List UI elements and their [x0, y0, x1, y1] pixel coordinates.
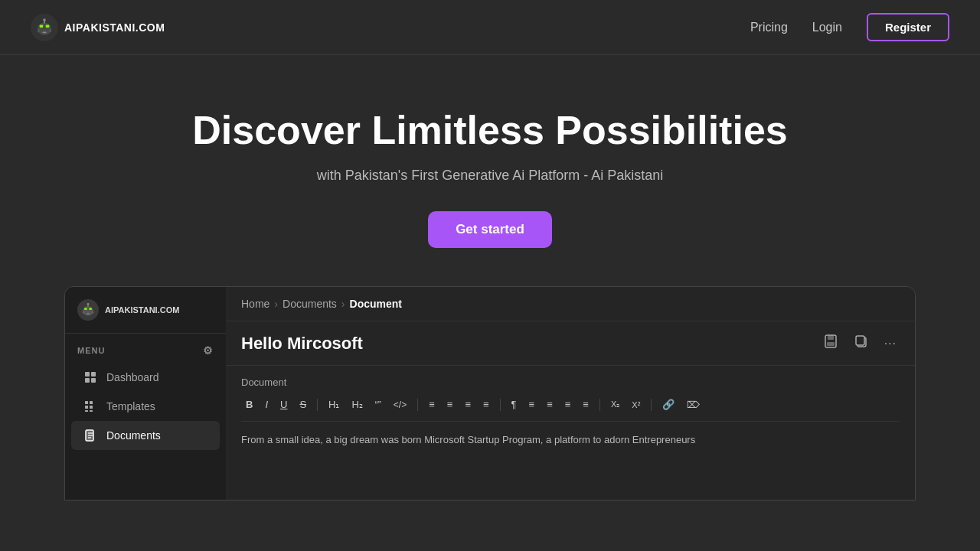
- italic-button[interactable]: I: [260, 396, 273, 413]
- breadcrumb-documents[interactable]: Documents: [283, 298, 337, 310]
- logo[interactable]: AIPAKISTANI.COM: [31, 14, 165, 41]
- nav-links: Pricing Login Register: [750, 13, 949, 41]
- h1-button[interactable]: H₁: [324, 396, 344, 413]
- save-icon: [823, 334, 838, 349]
- svg-rect-34: [828, 335, 834, 340]
- sidebar-item-documents[interactable]: Documents: [71, 421, 220, 450]
- documents-icon: [83, 429, 97, 442]
- svg-rect-8: [49, 28, 51, 32]
- svg-rect-25: [90, 406, 93, 409]
- copy-doc-button[interactable]: [851, 331, 872, 356]
- svg-rect-12: [89, 308, 92, 310]
- doc-actions: ···: [820, 331, 900, 356]
- breadcrumb-home[interactable]: Home: [241, 298, 270, 310]
- pricing-link[interactable]: Pricing: [750, 21, 788, 34]
- svg-rect-20: [85, 378, 90, 383]
- hero-title: Discover Limitless Possibilities: [31, 109, 949, 152]
- svg-point-6: [43, 18, 46, 21]
- menu-label-text: MENU: [77, 346, 105, 355]
- svg-rect-11: [84, 308, 87, 310]
- underline-button[interactable]: U: [276, 396, 292, 413]
- templates-icon: [83, 399, 97, 413]
- svg-rect-13: [87, 313, 90, 314]
- doc-title-bar: Hello Mircosoft ···: [226, 321, 915, 366]
- more-icon: ···: [884, 337, 897, 350]
- bold-button[interactable]: B: [241, 396, 257, 413]
- bullet-list-button[interactable]: ≡: [424, 396, 439, 413]
- align-left-button[interactable]: ≡: [524, 396, 540, 413]
- svg-rect-2: [40, 24, 44, 28]
- breadcrumb: Home › Documents › Document: [226, 287, 915, 321]
- breadcrumb-sep-2: ›: [341, 298, 345, 310]
- hero-section: Discover Limitless Possibilities with Pa…: [0, 55, 980, 286]
- sidebar-item-dashboard[interactable]: Dashboard: [71, 363, 220, 392]
- breadcrumb-sep-1: ›: [274, 298, 278, 310]
- sidebar: AIPAKISTANI.COM MENU ⚙ Dashboard: [65, 287, 226, 500]
- svg-point-10: [83, 306, 93, 316]
- templates-label: Templates: [106, 400, 155, 412]
- svg-rect-7: [38, 28, 40, 32]
- subscript-button[interactable]: X₂: [606, 396, 624, 412]
- dashboard-label: Dashboard: [106, 371, 159, 383]
- get-started-button[interactable]: Get started: [428, 211, 552, 248]
- align-center-button[interactable]: ≡: [542, 396, 557, 413]
- documents-label: Documents: [106, 429, 161, 442]
- paragraph-button[interactable]: ¶: [507, 396, 521, 413]
- strikethrough-button[interactable]: S: [295, 396, 311, 413]
- justify-button[interactable]: ≡: [578, 396, 593, 413]
- code-button[interactable]: </>: [389, 396, 411, 413]
- sidebar-item-templates[interactable]: Templates: [71, 392, 220, 421]
- svg-point-1: [38, 22, 51, 34]
- svg-rect-16: [83, 311, 84, 315]
- svg-rect-37: [856, 336, 864, 345]
- navbar: AIPAKISTANI.COM Pricing Login Register: [0, 0, 980, 55]
- svg-rect-26: [85, 410, 88, 412]
- settings-icon[interactable]: ⚙: [203, 344, 214, 357]
- toolbar: B I U S H₁ H₂ “” </> ≡ ≡ ≡ ≡ ¶ ≡ ≡ ≡ ≡: [241, 396, 900, 422]
- main-content: Home › Documents › Document Hello Mircos…: [226, 287, 915, 500]
- svg-rect-27: [90, 410, 93, 412]
- svg-rect-3: [46, 24, 50, 28]
- svg-rect-24: [85, 406, 88, 409]
- svg-rect-18: [85, 372, 90, 377]
- h2-button[interactable]: H₂: [347, 396, 367, 413]
- more-options-button[interactable]: ···: [881, 331, 900, 356]
- svg-rect-22: [85, 401, 88, 404]
- toolbar-sep-4: [599, 399, 600, 411]
- svg-rect-17: [92, 311, 93, 315]
- clear-format-button[interactable]: ⌦: [682, 396, 704, 413]
- sidebar-logo[interactable]: AIPAKISTANI.COM: [65, 299, 226, 334]
- app-preview: AIPAKISTANI.COM MENU ⚙ Dashboard: [64, 286, 916, 500]
- svg-rect-19: [91, 372, 96, 377]
- save-doc-button[interactable]: [820, 331, 841, 356]
- logo-text: AIPAKISTANI.COM: [64, 21, 165, 34]
- doc-title: Hello Mircosoft: [241, 334, 363, 354]
- indent-button[interactable]: ≡: [460, 396, 475, 413]
- editor-content[interactable]: From a small idea, a big dream was born …: [241, 432, 900, 448]
- blockquote-button[interactable]: “”: [371, 396, 386, 413]
- svg-rect-35: [827, 342, 835, 346]
- register-button[interactable]: Register: [867, 13, 949, 41]
- toolbar-sep-3: [500, 399, 501, 411]
- dashboard-icon: [83, 370, 97, 384]
- toolbar-sep-5: [651, 399, 652, 411]
- login-link[interactable]: Login: [812, 21, 842, 34]
- editor-area: Document B I U S H₁ H₂ “” </> ≡ ≡ ≡ ≡ ¶ …: [226, 366, 915, 500]
- outdent-button[interactable]: ≡: [479, 396, 494, 413]
- svg-rect-4: [42, 31, 46, 33]
- toolbar-sep-1: [317, 399, 318, 411]
- sidebar-logo-text: AIPAKISTANI.COM: [105, 305, 179, 315]
- superscript-button[interactable]: X²: [627, 397, 645, 412]
- align-right-button[interactable]: ≡: [560, 396, 576, 413]
- svg-point-15: [87, 303, 90, 305]
- breadcrumb-current: Document: [350, 298, 402, 310]
- hero-subtitle: with Pakistan's First Generative Ai Plat…: [31, 168, 949, 184]
- copy-icon: [854, 334, 869, 349]
- link-button[interactable]: 🔗: [658, 396, 679, 413]
- ordered-list-button[interactable]: ≡: [443, 396, 458, 413]
- logo-robot-icon: [31, 14, 58, 41]
- sidebar-menu-label: MENU ⚙: [65, 334, 226, 363]
- svg-rect-23: [90, 401, 93, 404]
- editor-label: Document: [241, 377, 900, 388]
- svg-rect-21: [91, 378, 96, 383]
